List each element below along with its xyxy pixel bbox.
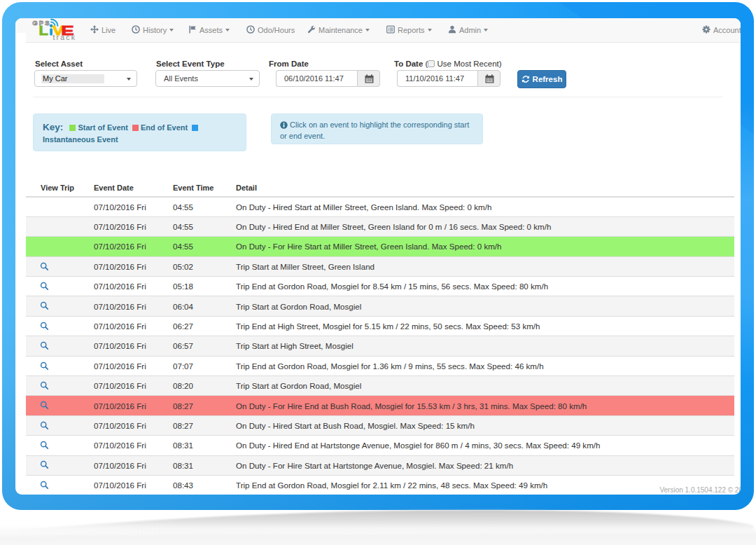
svg-text:track: track bbox=[52, 33, 76, 41]
svg-text:L: L bbox=[39, 23, 48, 38]
